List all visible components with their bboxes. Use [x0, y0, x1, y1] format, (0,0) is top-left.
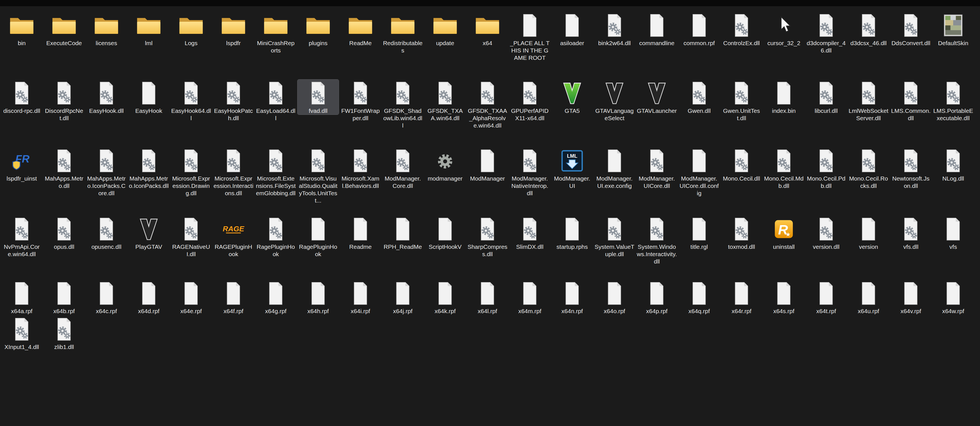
file-item[interactable]: vfs: [932, 216, 974, 280]
file-item[interactable]: x64l.rpf: [466, 280, 509, 316]
file-item[interactable]: ModManager.UI: [551, 147, 593, 216]
file-item[interactable]: x64q.rpf: [678, 280, 720, 316]
file-item[interactable]: update: [424, 12, 466, 79]
file-item[interactable]: x64j.rpf: [382, 280, 424, 316]
file-item[interactable]: GTA5: [551, 79, 593, 147]
file-item[interactable]: ModManager.Core.dll: [382, 147, 424, 216]
file-item[interactable]: _PLACE ALL THIS IN THE GAME ROOT: [509, 12, 551, 79]
file-item[interactable]: x64c.rpf: [85, 280, 127, 316]
file-item[interactable]: x64p.rpf: [636, 280, 678, 316]
file-item[interactable]: fvad.dll: [297, 79, 339, 147]
file-item[interactable]: lspdfr: [212, 12, 255, 79]
file-item[interactable]: x64n.rpf: [551, 280, 593, 316]
file-item[interactable]: x64k.rpf: [424, 280, 466, 316]
file-item[interactable]: modmanager: [424, 147, 466, 216]
file-item[interactable]: Mono.Cecil.Rocks.dll: [847, 147, 890, 216]
file-item[interactable]: DefaultSkin: [932, 12, 974, 79]
file-item[interactable]: Redistributables: [382, 12, 424, 79]
file-item[interactable]: Mono.Cecil.Mdb.dll: [763, 147, 805, 216]
file-item[interactable]: x64r.rpf: [720, 280, 763, 316]
file-item[interactable]: d3dcsx_46.dll: [847, 12, 890, 79]
file-item[interactable]: bin: [0, 12, 43, 79]
file-item[interactable]: ModManager.UICore.dll.config: [678, 147, 720, 216]
file-item[interactable]: version: [847, 216, 890, 280]
file-item[interactable]: EasyLoad64.dll: [255, 79, 297, 147]
file-item[interactable]: Mono.Cecil.dll: [720, 147, 763, 216]
file-item[interactable]: System.ValueTuple.dll: [593, 216, 636, 280]
file-item[interactable]: Microsoft.VisualStudio.QualityTools.Unit…: [297, 147, 339, 216]
file-item[interactable]: ModManager: [466, 147, 509, 216]
file-item[interactable]: lml: [127, 12, 170, 79]
file-item[interactable]: x64b.rpf: [43, 280, 85, 316]
file-item[interactable]: Readme: [339, 216, 382, 280]
file-item[interactable]: opus.dll: [43, 216, 85, 280]
file-item[interactable]: asiloader: [551, 12, 593, 79]
file-item[interactable]: Microsoft.Expression.Drawing.dll: [170, 147, 212, 216]
file-item[interactable]: discord-rpc.dll: [0, 79, 43, 147]
file-item[interactable]: x64t.rpf: [805, 280, 847, 316]
file-item[interactable]: ModManager.UI.exe.config: [593, 147, 636, 216]
file-item[interactable]: RAGEPluginHook: [212, 216, 255, 280]
file-item[interactable]: ModManager.UICore.dll: [636, 147, 678, 216]
file-item[interactable]: Microsoft.Xaml.Behaviors.dll: [339, 147, 382, 216]
file-item[interactable]: GFSDK_TXAA.win64.dll: [424, 79, 466, 147]
file-item[interactable]: toxmod.dll: [720, 216, 763, 280]
file-item[interactable]: x64a.rpf: [0, 280, 43, 316]
file-item[interactable]: zlib1.dll: [43, 316, 85, 361]
file-item[interactable]: x64f.rpf: [212, 280, 255, 316]
file-item[interactable]: Microsoft.Expression.Interactions.dll: [212, 147, 255, 216]
file-item[interactable]: Gwen.UnitTest.dll: [720, 79, 763, 147]
file-item[interactable]: x64h.rpf: [297, 280, 339, 316]
file-item[interactable]: d3dcompiler_46.dll: [805, 12, 847, 79]
file-item[interactable]: NvPmApi.Core.win64.dll: [0, 216, 43, 280]
file-item[interactable]: FW1FontWrapper.dll: [339, 79, 382, 147]
file-item[interactable]: RagePluginHook: [297, 216, 339, 280]
file-item[interactable]: EasyHook64.dll: [170, 79, 212, 147]
file-item[interactable]: Newtonsoft.Json.dll: [890, 147, 932, 216]
file-item[interactable]: System.Windows.Interactivity.dll: [636, 216, 678, 280]
file-item[interactable]: libcurl.dll: [805, 79, 847, 147]
file-item[interactable]: MiniCrashReports: [255, 12, 297, 79]
file-item[interactable]: x64u.rpf: [847, 280, 890, 316]
file-item[interactable]: plugins: [297, 12, 339, 79]
file-item[interactable]: x64s.rpf: [763, 280, 805, 316]
file-item[interactable]: Gwen.dll: [678, 79, 720, 147]
file-item[interactable]: Microsoft.Extensions.FileSystemGlobbing.…: [255, 147, 297, 216]
file-item[interactable]: GPUPerfAPIDX11-x64.dll: [509, 79, 551, 147]
file-item[interactable]: RPH_ReadMe: [382, 216, 424, 280]
file-item[interactable]: x64o.rpf: [593, 280, 636, 316]
file-item[interactable]: DiscordRpcNet.dll: [43, 79, 85, 147]
file-item[interactable]: title.rgl: [678, 216, 720, 280]
file-item[interactable]: PlayGTAV: [127, 216, 170, 280]
file-item[interactable]: GTAVLanguageSelect: [593, 79, 636, 147]
file-item[interactable]: opusenc.dll: [85, 216, 127, 280]
file-item[interactable]: LMS.Common.dll: [890, 79, 932, 147]
file-item[interactable]: common.rpf: [678, 12, 720, 79]
file-item[interactable]: RAGENativeUI.dll: [170, 216, 212, 280]
file-item[interactable]: x64: [466, 12, 509, 79]
file-item[interactable]: cursor_32_2: [763, 12, 805, 79]
file-item[interactable]: ModManager.NativeInterop.dll: [509, 147, 551, 216]
file-item[interactable]: x64w.rpf: [932, 280, 974, 316]
file-item[interactable]: EasyHook.dll: [85, 79, 127, 147]
file-item[interactable]: ReadMe: [339, 12, 382, 79]
file-item[interactable]: DdsConvert.dll: [890, 12, 932, 79]
file-item[interactable]: NLog.dll: [932, 147, 974, 216]
file-item[interactable]: ControlzEx.dll: [720, 12, 763, 79]
file-item[interactable]: MahApps.Metro.dll: [43, 147, 85, 216]
file-item[interactable]: x64d.rpf: [127, 280, 170, 316]
file-item[interactable]: LmlWebSocketServer.dll: [847, 79, 890, 147]
file-item[interactable]: version.dll: [805, 216, 847, 280]
file-item[interactable]: x64m.rpf: [509, 280, 551, 316]
file-item[interactable]: SlimDX.dll: [509, 216, 551, 280]
file-item[interactable]: LMS.PortableExecutable.dll: [932, 79, 974, 147]
file-item[interactable]: MahApps.Metro.IconPacks.dll: [127, 147, 170, 216]
file-item[interactable]: licenses: [85, 12, 127, 79]
file-item[interactable]: RagePluginHook: [255, 216, 297, 280]
file-item[interactable]: SharpCompress.dll: [466, 216, 509, 280]
file-item[interactable]: x64v.rpf: [890, 280, 932, 316]
file-item[interactable]: MahApps.Metro.IconPacks.Core.dll: [85, 147, 127, 216]
file-item[interactable]: commandline: [636, 12, 678, 79]
file-item[interactable]: x64e.rpf: [170, 280, 212, 316]
file-item[interactable]: lspdfr_uinst: [0, 147, 43, 216]
